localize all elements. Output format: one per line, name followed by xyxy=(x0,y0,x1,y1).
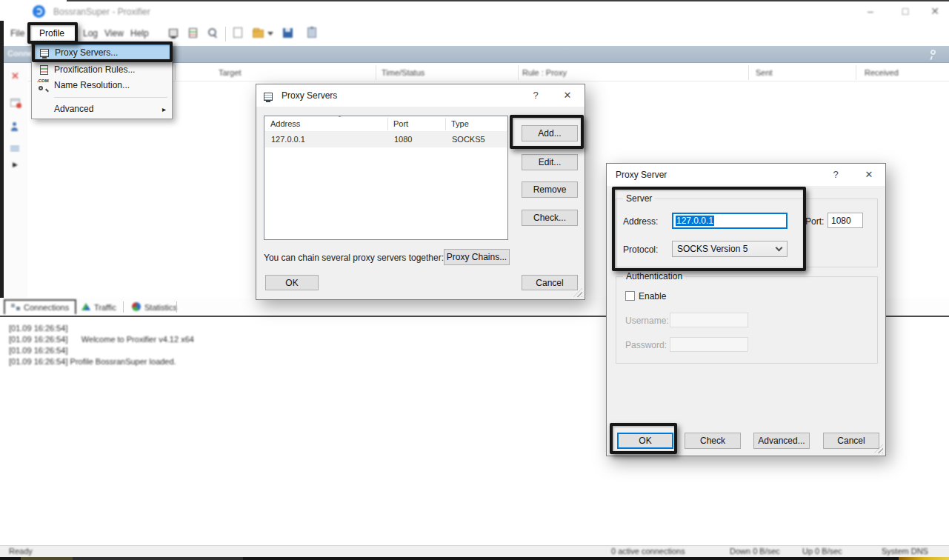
statistics-icon xyxy=(132,302,141,313)
status-down-speed: Down 0 B/sec xyxy=(730,547,780,556)
check-button[interactable]: Check... xyxy=(522,210,578,226)
log-line: [01.09 16:26:54] Profile BossranSuper lo… xyxy=(9,357,176,366)
proxy-server-dialog: Proxy Server ? ✕ Server Address: 127.0.0… xyxy=(606,163,886,456)
server-group-label: Server xyxy=(623,193,655,204)
maximize-button[interactable]: □ xyxy=(894,5,916,17)
column-separator xyxy=(748,65,749,80)
tab-connections-label: Connections xyxy=(24,303,69,312)
proxy-server-dialog-titlebar[interactable]: Proxy Server ? ✕ xyxy=(607,164,885,186)
tab-traffic-label: Traffic xyxy=(94,303,116,312)
port-label: Port: xyxy=(805,216,824,227)
close-button[interactable]: ✕ xyxy=(924,5,946,17)
logo-swirl xyxy=(36,8,42,15)
tab-separator xyxy=(123,301,124,313)
list-column-port[interactable]: Port xyxy=(393,119,408,128)
status-dns-mode[interactable]: System DNS xyxy=(882,547,928,556)
proxy-chains-button[interactable]: Proxy Chains... xyxy=(444,249,510,265)
sidebar-close-connection-icon[interactable]: ✕ xyxy=(11,70,19,81)
toolbar-open-dropdown-icon[interactable] xyxy=(267,32,273,36)
ok-button[interactable]: OK xyxy=(265,275,319,290)
username-label: Username: xyxy=(625,316,669,326)
menu-separator xyxy=(54,97,167,98)
row-type: SOCKS5 xyxy=(452,135,485,144)
row-address: 127.0.0.1 xyxy=(271,135,305,144)
proxy-server-list[interactable]: Address ˆ Port Type 127.0.0.1 1080 SOCKS… xyxy=(264,116,508,240)
menu-item-proxy-servers[interactable]: Proxy Servers... xyxy=(33,44,172,61)
column-target[interactable]: Target xyxy=(219,68,242,77)
ok-button[interactable]: OK xyxy=(617,433,673,449)
tab-traffic[interactable]: Traffic xyxy=(76,300,122,315)
app-logo-icon xyxy=(33,5,45,18)
menu-view[interactable]: View xyxy=(104,28,124,39)
toolbar-open-profile-icon[interactable] xyxy=(253,30,264,38)
list-column-separator[interactable] xyxy=(387,118,388,130)
tab-connections[interactable]: Connections xyxy=(4,299,76,314)
address-input[interactable]: 127.0.0.1 xyxy=(672,213,787,229)
cancel-button[interactable]: Cancel xyxy=(522,275,578,290)
server-group: Server xyxy=(616,199,878,267)
menu-item-advanced[interactable]: Advanced ▸ xyxy=(33,101,172,117)
sidebar-window-block-icon[interactable] xyxy=(10,99,20,107)
menu-item-name-resolution[interactable]: .COM Name Resolution... xyxy=(33,77,172,93)
tab-statistics[interactable]: Statistics xyxy=(126,300,183,315)
sidebar-user-lookup-icon[interactable] xyxy=(10,122,19,131)
submenu-arrow-icon: ▸ xyxy=(162,105,166,113)
toolbar-proxy-servers-icon[interactable] xyxy=(169,29,178,37)
row-port: 1080 xyxy=(394,135,412,144)
check-button[interactable]: Check xyxy=(685,433,741,449)
cancel-button[interactable]: Cancel xyxy=(823,433,879,449)
sidebar-expand-arrow-icon[interactable]: ▶ xyxy=(13,161,18,168)
proxy-servers-dialog: Proxy Servers ? ✕ Address ˆ Port Type 12… xyxy=(256,84,585,300)
username-input[interactable] xyxy=(670,313,748,327)
help-icon[interactable]: ? xyxy=(827,169,845,180)
column-received[interactable]: Received xyxy=(865,68,899,77)
tab-statistics-label: Statistics xyxy=(144,303,177,312)
toolbar-log-icon[interactable] xyxy=(307,27,316,38)
password-input[interactable] xyxy=(670,337,748,352)
log-line: [01.09 16:26:54] xyxy=(9,346,68,355)
column-rule-proxy[interactable]: Rule : Proxy xyxy=(522,68,567,77)
menu-log[interactable]: Log xyxy=(83,28,98,39)
status-bar: Ready 0 active connections Down 0 B/sec … xyxy=(0,545,949,557)
sidebar-list-icon[interactable] xyxy=(10,144,19,153)
menu-profile[interactable]: Profile xyxy=(39,28,64,39)
status-up-speed: Up 0 B/sec xyxy=(802,547,842,556)
edit-button[interactable]: Edit... xyxy=(522,154,578,170)
tab-separator xyxy=(176,301,177,313)
proxy-servers-dialog-titlebar[interactable]: Proxy Servers ? ✕ xyxy=(256,84,585,107)
close-icon[interactable]: ✕ xyxy=(559,90,576,101)
menu-file[interactable]: File xyxy=(10,28,24,39)
menu-help[interactable]: Help xyxy=(130,28,149,39)
menu-item-proxification-rules[interactable]: Proxification Rules... xyxy=(33,61,172,78)
enable-checkbox[interactable] xyxy=(625,291,635,301)
toolbar-name-resolution-icon[interactable] xyxy=(208,28,217,37)
toolbar-new-profile-icon[interactable] xyxy=(233,27,242,38)
pin-icon[interactable] xyxy=(930,50,936,55)
toolbar-proxification-rules-icon[interactable] xyxy=(189,28,197,38)
column-sent[interactable]: Sent xyxy=(756,68,773,77)
protocol-select[interactable]: SOCKS Version 5 xyxy=(672,241,787,257)
list-column-address[interactable]: Address xyxy=(270,119,300,128)
minimize-button[interactable]: – xyxy=(859,5,882,17)
enable-label[interactable]: Enable xyxy=(639,291,666,301)
status-ready: Ready xyxy=(9,547,33,556)
toolbar-save-profile-icon[interactable] xyxy=(283,28,293,38)
remove-button[interactable]: Remove xyxy=(522,181,578,198)
proxy-servers-icon xyxy=(34,49,55,57)
add-button[interactable]: Add... xyxy=(522,125,578,141)
advanced-button[interactable]: Advanced... xyxy=(753,433,810,449)
menu-item-label: Name Resolution... xyxy=(54,80,130,90)
password-label: Password: xyxy=(625,340,667,350)
connections-icon xyxy=(11,303,20,312)
list-column-type[interactable]: Type xyxy=(451,119,469,128)
menu-item-label: Proxification Rules... xyxy=(54,64,135,75)
port-input[interactable] xyxy=(828,213,863,228)
list-column-separator[interactable] xyxy=(445,118,446,130)
chain-hint-label: You can chain several proxy servers toge… xyxy=(264,253,444,263)
close-icon[interactable]: ✕ xyxy=(860,169,878,180)
help-icon[interactable]: ? xyxy=(527,90,545,101)
proxy-servers-dialog-icon xyxy=(264,90,273,104)
authentication-group-label: Authentication xyxy=(623,271,685,281)
proxy-server-row[interactable]: 127.0.0.1 1080 SOCKS5 xyxy=(265,132,507,147)
column-time-status[interactable]: Time/Status xyxy=(382,68,424,77)
